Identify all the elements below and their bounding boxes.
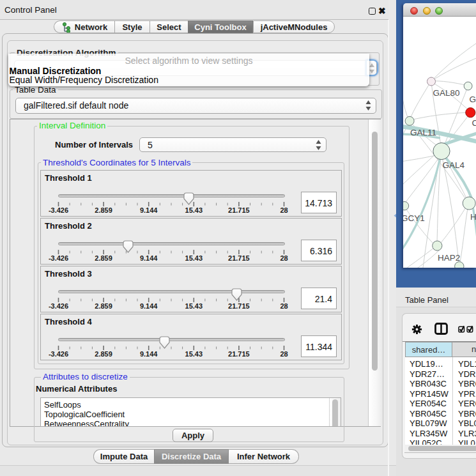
svg-text:H: H: [470, 212, 476, 222]
svg-text:GAL80: GAL80: [433, 88, 460, 98]
svg-text:C: C: [472, 118, 476, 128]
svg-text:GAL4: GAL4: [443, 160, 465, 170]
svg-text:GA: GA: [470, 95, 476, 104]
svg-text:GAL11: GAL11: [410, 128, 436, 137]
svg-text:GCY1: GCY1: [403, 213, 425, 223]
svg-text:HAP2: HAP2: [438, 253, 460, 263]
